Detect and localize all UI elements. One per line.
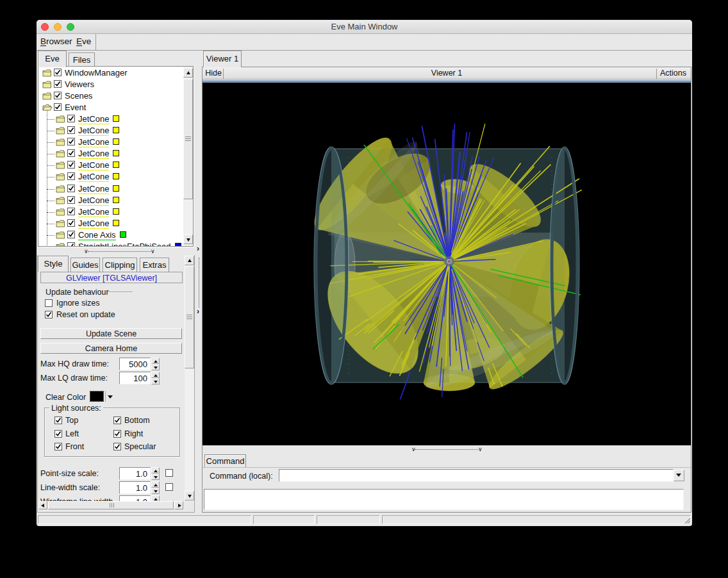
tree-item-checkbox[interactable]	[67, 231, 75, 238]
spin-up-button[interactable]	[151, 372, 160, 378]
chevron-down-icon	[154, 381, 158, 383]
chevron-down-icon[interactable]: ∨	[478, 447, 483, 451]
checkbox-light-bottom[interactable]	[113, 417, 121, 424]
tree-item-jetcone[interactable]: JetCone	[38, 136, 183, 148]
vertical-splitter[interactable]: ››	[195, 51, 202, 513]
checkbox-light-top[interactable]	[54, 417, 62, 424]
tab-viewer-1[interactable]: Viewer 1	[203, 51, 242, 67]
tree-item-checkbox[interactable]	[67, 208, 75, 215]
scrollbar-thumb[interactable]	[185, 266, 194, 368]
spin-up-button[interactable]	[151, 358, 160, 364]
tree-item-jetcone[interactable]: JetCone	[38, 113, 183, 125]
tree-item-checkbox[interactable]	[67, 196, 75, 204]
spin-down-button[interactable]	[151, 364, 160, 370]
number-entry[interactable]: 5000	[119, 358, 151, 370]
number-entry[interactable]: 1.0	[119, 467, 151, 480]
scroll-down-button[interactable]	[185, 491, 194, 500]
tree-item-checkbox[interactable]	[67, 185, 75, 192]
tree-item-checkbox[interactable]	[54, 92, 62, 99]
menu-browser[interactable]: Browser	[40, 37, 72, 46]
tree-item-checkbox[interactable]	[67, 161, 75, 169]
scroll-left-button[interactable]	[38, 501, 47, 509]
tree-item-jetcone[interactable]: JetCone	[38, 183, 183, 195]
tree-item-jetcone[interactable]: JetCone	[38, 148, 183, 160]
color-dropdown-button[interactable]	[105, 391, 114, 402]
tree-vertical-scrollbar[interactable]	[183, 67, 193, 246]
tree-item-jetcone[interactable]: JetCone	[38, 195, 183, 206]
titlebar[interactable]: Eve Main Window	[37, 20, 692, 34]
tree-item-jetcone[interactable]: JetCone	[38, 160, 183, 171]
command-combobox[interactable]	[279, 469, 685, 482]
clear-color-swatch[interactable]	[90, 391, 104, 402]
actions-menu-button[interactable]: Actions	[656, 69, 690, 79]
tree-item-checkbox[interactable]	[67, 219, 75, 227]
checkbox-light-left[interactable]	[54, 430, 62, 438]
command-input[interactable]	[279, 469, 674, 482]
command-panel: Command Command (local):	[203, 452, 691, 512]
thumb-grip	[110, 503, 110, 508]
spin-down-button[interactable]	[151, 378, 160, 384]
tree-item-checkbox[interactable]	[54, 69, 62, 76]
tree-item-checkbox[interactable]	[67, 138, 75, 145]
checkbox-ignore-sizes[interactable]	[45, 299, 53, 307]
number-entry[interactable]: 1.0	[119, 481, 151, 494]
spin-down-button[interactable]	[151, 474, 160, 480]
tree-item-jetcone[interactable]: JetCone	[38, 206, 183, 218]
tree-item-checkbox[interactable]	[54, 103, 62, 111]
tab-eve[interactable]: Eve	[38, 51, 67, 67]
editor-horizontal-scrollbar[interactable]	[38, 501, 183, 510]
tree-item-cone-axis[interactable]: Cone Axis	[38, 229, 183, 241]
gl-viewport[interactable]	[203, 83, 691, 445]
tree-item-jetcone[interactable]: JetCone	[38, 218, 183, 229]
scrollbar-thumb[interactable]	[183, 79, 193, 199]
tree-item-windowmanager[interactable]: WindowManager	[38, 67, 183, 79]
tree-item-viewers[interactable]: Viewers	[38, 79, 183, 90]
tree-item-checkbox[interactable]	[67, 149, 75, 157]
tab-style[interactable]: Style	[38, 256, 69, 272]
tree-item-checkbox[interactable]	[67, 172, 75, 180]
spin-down-button[interactable]	[151, 488, 160, 494]
spin-up-button[interactable]	[151, 481, 160, 488]
scrollbar-thumb[interactable]	[48, 501, 174, 509]
folder-icon	[56, 242, 66, 246]
number-entry[interactable]: 100	[119, 372, 151, 384]
gl-viewer-header[interactable]: GLViewer [TGLSAViewer]	[40, 272, 183, 283]
light-sources-group: TopBottomLeftRightFrontSpecular	[44, 408, 180, 457]
checkbox-reset-on-update[interactable]	[45, 311, 53, 318]
chevron-right-icon[interactable]: ›	[197, 310, 199, 313]
checkbox-light-specular[interactable]	[113, 443, 121, 450]
editor-vertical-scrollbar[interactable]	[185, 256, 194, 501]
command-output[interactable]	[204, 489, 684, 510]
menu-eve[interactable]: Eve	[76, 37, 91, 46]
scroll-up-button[interactable]	[185, 256, 194, 265]
update-scene-button[interactable]: Update Scene	[40, 328, 182, 339]
tree-item-jetcone[interactable]: JetCone	[38, 125, 183, 136]
chevron-down-icon[interactable]: ∨	[84, 249, 88, 253]
spin-up-button[interactable]	[151, 467, 160, 474]
chevron-down-icon[interactable]: ∨	[411, 447, 416, 451]
chevron-down-icon	[154, 367, 158, 369]
checkbox-light-front[interactable]	[54, 443, 62, 450]
tree-item-checkbox[interactable]	[67, 242, 75, 246]
scroll-down-button[interactable]	[183, 235, 193, 244]
item-color-swatch	[113, 150, 119, 156]
tree-item-checkbox[interactable]	[67, 126, 75, 134]
folder-icon	[56, 126, 66, 135]
scale-apply-checkbox[interactable]	[165, 469, 173, 477]
combo-dropdown-button[interactable]	[674, 470, 684, 481]
tree-item-checkbox[interactable]	[67, 115, 75, 122]
chevron-down-icon[interactable]: ∨	[151, 249, 155, 253]
checkbox-light-right[interactable]	[113, 430, 121, 438]
chevron-down-icon	[154, 476, 158, 479]
camera-home-button[interactable]: Camera Home	[40, 343, 182, 354]
tree-item-scenes[interactable]: Scenes	[38, 90, 183, 102]
tab-command[interactable]: Command	[204, 454, 246, 467]
tree-item-straightlinesetaphiseed[interactable]: StraightLinesEtaPhiSeed	[38, 241, 183, 246]
tree-item-jetcone[interactable]: JetCone	[38, 171, 183, 183]
tree-item-checkbox[interactable]	[54, 80, 62, 88]
chevron-right-icon[interactable]: ›	[197, 247, 199, 251]
scale-apply-checkbox[interactable]	[165, 483, 173, 491]
scroll-right-button[interactable]	[174, 501, 183, 509]
tree-item-event[interactable]: Event	[38, 102, 183, 113]
scroll-up-button[interactable]	[183, 68, 193, 78]
